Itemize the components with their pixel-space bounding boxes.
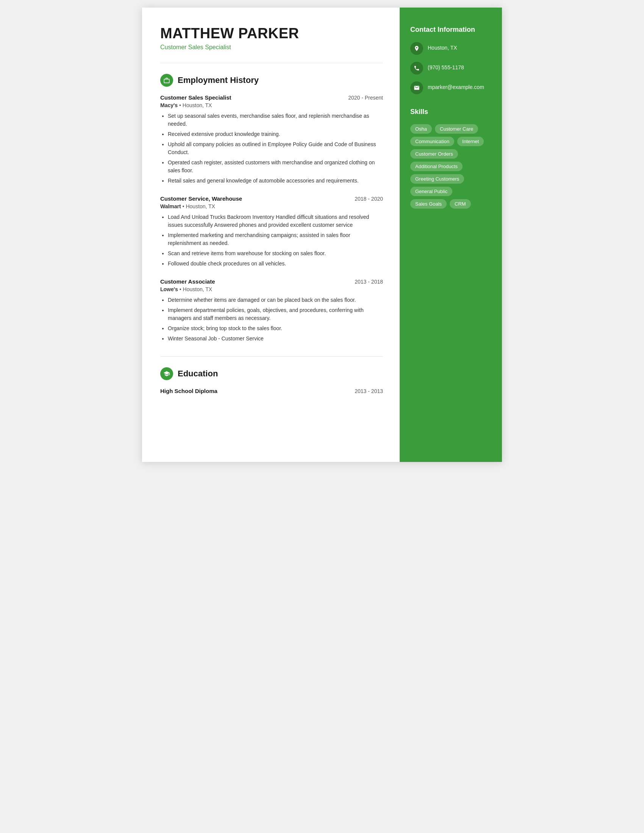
skills-section: Skills OshaCustomer CareCommunicationInt…	[410, 108, 491, 209]
bullet-item: Set up seasonal sales events, merchandis…	[168, 112, 383, 128]
education-icon	[160, 367, 173, 380]
email-text: mparker@example.com	[428, 81, 484, 91]
skill-tag: CRM	[450, 199, 471, 209]
job-header: Customer Associate2013 - 2018	[160, 278, 383, 285]
skill-tag: Communication	[410, 137, 454, 146]
header: MATTHEW PARKER Customer Sales Specialist	[160, 26, 383, 51]
job-title: Customer Service, Warehouse	[160, 195, 242, 202]
job-entry: Customer Service, Warehouse2018 - 2020Wa…	[160, 195, 383, 268]
education-section-title: Education	[178, 369, 218, 379]
bullet-item: Implemented marketing and merchandising …	[168, 232, 383, 247]
resume-wrapper: MATTHEW PARKER Customer Sales Specialist…	[142, 8, 502, 462]
education-heading: Education	[160, 367, 383, 380]
email-icon	[410, 81, 423, 94]
skill-tag: Greeting Customers	[410, 174, 464, 183]
location-icon	[410, 42, 423, 55]
job-company: Lowe's • Houston, TX	[160, 286, 383, 292]
divider	[160, 63, 383, 63]
candidate-title: Customer Sales Specialist	[160, 44, 383, 51]
contact-phone: (970) 555-1178	[410, 62, 491, 75]
job-dates: 2013 - 2018	[354, 279, 383, 285]
job-bullets: Determine whether items are damaged or c…	[160, 296, 383, 343]
bullet-item: Winter Seasonal Job - Customer Service	[168, 335, 383, 343]
skills-section-title: Skills	[410, 108, 491, 116]
skill-tag: Sales Goals	[410, 199, 447, 209]
job-bullets: Set up seasonal sales events, merchandis…	[160, 112, 383, 185]
job-entry: Customer Associate2013 - 2018Lowe's • Ho…	[160, 278, 383, 343]
job-company: Walmart • Houston, TX	[160, 203, 383, 209]
education-entries: High School Diploma2013 - 2013	[160, 388, 383, 394]
job-dates: 2018 - 2020	[354, 196, 383, 202]
job-company: Macy's • Houston, TX	[160, 102, 383, 108]
company-name: Walmart	[160, 203, 181, 209]
bullet-item: Scan and retrieve items from warehouse f…	[168, 249, 383, 257]
education-section: Education High School Diploma2013 - 2013	[160, 367, 383, 394]
briefcase-icon	[160, 74, 173, 87]
job-title: Customer Sales Specialist	[160, 94, 232, 101]
skill-tag: Additional Products	[410, 162, 462, 171]
location-text: Houston, TX	[428, 42, 457, 52]
bullet-item: Organize stock; bring top stock to the s…	[168, 325, 383, 333]
job-entries: Customer Sales Specialist2020 - PresentM…	[160, 94, 383, 343]
job-header: Customer Service, Warehouse2018 - 2020	[160, 195, 383, 202]
edu-dates: 2013 - 2013	[354, 388, 383, 394]
job-entry: Customer Sales Specialist2020 - PresentM…	[160, 94, 383, 185]
edu-entry: High School Diploma2013 - 2013	[160, 388, 383, 394]
contact-email: mparker@example.com	[410, 81, 491, 94]
skill-tag: Customer Orders	[410, 149, 458, 159]
contact-section-title: Contact Information	[410, 26, 491, 34]
bullet-item: Implement departmental policies, goals, …	[168, 306, 383, 322]
bullet-item: Received extensive product knowledge tra…	[168, 130, 383, 138]
bullet-item: Uphold all company policies as outlined …	[168, 140, 383, 156]
contact-section: Contact Information Houston, TX (970) 55…	[410, 26, 491, 94]
bullet-item: Determine whether items are damaged or c…	[168, 296, 383, 304]
employment-section: Employment History Customer Sales Specia…	[160, 74, 383, 343]
edu-degree: High School Diploma	[160, 388, 217, 394]
skill-tag: General Public	[410, 187, 452, 196]
right-panel: Contact Information Houston, TX (970) 55…	[400, 8, 502, 462]
company-name: Lowe's	[160, 286, 178, 292]
bullet-item: Retail sales and general knowledge of au…	[168, 177, 383, 185]
job-dates: 2020 - Present	[348, 95, 383, 101]
bullet-item: Operated cash register, assisted custome…	[168, 159, 383, 175]
bullet-item: Load And Unload Trucks Backroom Inventor…	[168, 213, 383, 229]
employment-heading: Employment History	[160, 74, 383, 87]
job-bullets: Load And Unload Trucks Backroom Inventor…	[160, 213, 383, 268]
company-name: Macy's	[160, 102, 178, 108]
skill-tag: Osha	[410, 124, 432, 133]
job-title: Customer Associate	[160, 278, 215, 285]
employment-section-title: Employment History	[178, 76, 259, 85]
phone-icon	[410, 62, 423, 75]
skill-tag: Internet	[457, 137, 484, 146]
job-header: Customer Sales Specialist2020 - Present	[160, 94, 383, 101]
candidate-name: MATTHEW PARKER	[160, 26, 383, 42]
skill-tag: Customer Care	[435, 124, 478, 133]
contact-location: Houston, TX	[410, 42, 491, 55]
skill-tags-container: OshaCustomer CareCommunicationInternetCu…	[410, 124, 491, 209]
phone-text: (970) 555-1178	[428, 62, 464, 72]
education-divider	[160, 356, 383, 357]
left-panel: MATTHEW PARKER Customer Sales Specialist…	[142, 8, 400, 462]
bullet-item: Followed double check procedures on all …	[168, 260, 383, 268]
